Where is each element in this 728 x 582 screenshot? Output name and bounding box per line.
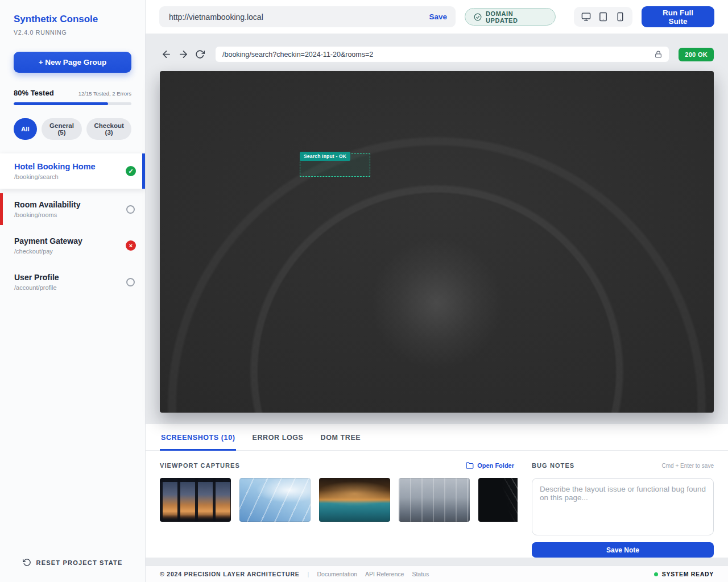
progress-detail: 12/15 Tested, 2 Errors (78, 90, 131, 97)
tablet-view-button[interactable] (596, 11, 610, 23)
address-text: /booking/search?checkin=2024-11-20&rooms… (222, 51, 655, 59)
system-status: SYSTEM READY (654, 571, 714, 577)
system-status-label: SYSTEM READY (662, 571, 714, 577)
page-item-text: Hotel Booking Home /booking/search (14, 162, 126, 180)
viewport-captures-section: VIEWPORT CAPTURES Open Folder (160, 460, 518, 558)
progress-label: 80% Tested (14, 89, 54, 97)
page-item-text: Payment Gateway /checkout/pay (14, 236, 126, 255)
tab-error-logs[interactable]: ERROR LOGS (251, 424, 304, 451)
bug-notes-textarea[interactable] (532, 478, 714, 535)
screenshot-thumbnail-terminal[interactable] (399, 478, 470, 522)
screenshot-thumbnail-dark-stripes[interactable] (478, 478, 518, 522)
lock-icon (655, 51, 662, 58)
sidebar-footer: RESET PROJECT STATE (0, 546, 145, 582)
panel-tabs: SCREENSHOTS (10) ERROR LOGS DOM TREE (146, 424, 728, 451)
filter-all[interactable]: All (14, 118, 37, 140)
status-pending-icon (126, 278, 135, 286)
filter-pills: All General (5) Checkout (3) (14, 118, 131, 140)
status-dot-icon (654, 572, 658, 576)
tab-dom-tree[interactable]: DOM TREE (320, 424, 362, 451)
domain-updated-label: DOMAIN UPDATED (486, 10, 547, 24)
page-item-name: User Profile (14, 273, 126, 282)
domain-input-group: Save (159, 6, 456, 27)
thumbnail-strip (160, 478, 518, 522)
page-list: Hotel Booking Home /booking/search ✓ Roo… (0, 153, 145, 298)
notes-header: BUG NOTES Cmd + Enter to save (532, 460, 714, 471)
screenshot-thumbnail-glass-building[interactable] (239, 478, 311, 522)
status-failed-icon: × (126, 240, 136, 251)
panel-content: VIEWPORT CAPTURES Open Folder (146, 451, 728, 558)
notes-title: BUG NOTES (532, 462, 574, 469)
page-item-name: Payment Gateway (14, 236, 126, 246)
filter-general[interactable]: General (5) (42, 118, 82, 140)
notes-hint: Cmd + Enter to save (662, 463, 714, 469)
page-footer: © 2024 PRECISION LAYER ARCHITECTURE | Do… (146, 566, 728, 582)
device-toggle-group (574, 7, 632, 27)
refresh-button[interactable] (194, 48, 206, 60)
bug-notes-section: BUG NOTES Cmd + Enter to save Save Note (532, 460, 714, 558)
annotation-label: Search Input - OK (300, 152, 350, 161)
tablet-icon (598, 12, 608, 22)
tab-screenshots[interactable]: SCREENSHOTS (10) (160, 424, 236, 451)
status-passed-icon: ✓ (126, 166, 136, 176)
page-item-name: Hotel Booking Home (14, 162, 126, 171)
page-item-text: Room Availability /booking/rooms (14, 200, 126, 218)
sidebar-header: Synthetix Console V2.4.0 RUNNING (0, 0, 145, 36)
refresh-icon (195, 49, 205, 59)
captures-header: VIEWPORT CAPTURES Open Folder (160, 460, 518, 471)
check-circle-icon (474, 13, 482, 21)
app-root: Synthetix Console V2.4.0 RUNNING + New P… (0, 0, 728, 582)
nav-back-button[interactable] (160, 48, 173, 61)
bottom-panel: SCREENSHOTS (10) ERROR LOGS DOM TREE VIE… (146, 424, 728, 558)
reset-icon (23, 558, 31, 567)
page-preview: Search Input - OK (160, 71, 714, 413)
save-note-button[interactable]: Save Note (532, 542, 714, 558)
page-item-name: Room Availability (14, 200, 126, 209)
page-item-payment-gateway[interactable]: Payment Gateway /checkout/pay × (0, 230, 145, 261)
nav-forward-button[interactable] (177, 48, 190, 61)
desktop-view-button[interactable] (579, 11, 593, 23)
preview-stage: /booking/search?checkin=2024-11-20&rooms… (146, 34, 728, 424)
footer-divider: | (308, 571, 309, 577)
progress-header: 80% Tested 12/15 Tested, 2 Errors (14, 89, 131, 97)
folder-icon (466, 462, 474, 469)
save-domain-button[interactable]: Save (429, 13, 448, 21)
page-item-user-profile[interactable]: User Profile /account/profile (0, 266, 145, 298)
domain-input[interactable] (168, 12, 429, 22)
reset-project-button[interactable]: RESET PROJECT STATE (19, 558, 126, 567)
page-item-room-availability[interactable]: Room Availability /booking/rooms (0, 193, 145, 225)
arrow-left-icon (161, 49, 172, 60)
smartphone-icon (615, 12, 625, 22)
page-item-path: /checkout/pay (14, 248, 126, 255)
footer-link-documentation[interactable]: Documentation (317, 571, 357, 577)
screenshot-thumbnail-pool-night[interactable] (319, 478, 390, 522)
status-pending-icon (126, 205, 135, 214)
footer-link-status[interactable]: Status (412, 571, 429, 577)
filter-checkout[interactable]: Checkout (3) (86, 118, 131, 140)
domain-updated-badge: DOMAIN UPDATED (465, 8, 556, 26)
open-folder-label: Open Folder (477, 462, 514, 469)
run-full-suite-button[interactable]: Run Full Suite (642, 6, 714, 27)
address-bar[interactable]: /booking/search?checkin=2024-11-20&rooms… (216, 47, 669, 62)
arrow-right-icon (178, 49, 189, 60)
sidebar: Synthetix Console V2.4.0 RUNNING + New P… (0, 0, 146, 582)
reset-label: RESET PROJECT STATE (36, 559, 123, 566)
captures-title: VIEWPORT CAPTURES (160, 462, 240, 469)
mobile-view-button[interactable] (613, 11, 627, 23)
page-item-path: /booking/search (14, 173, 126, 180)
progress-bar (14, 102, 131, 105)
top-toolbar: Save DOMAIN UPDATED Run Full (146, 0, 728, 34)
copyright-text: © 2024 PRECISION LAYER ARCHITECTURE (160, 571, 300, 577)
footer-link-api-reference[interactable]: API Reference (365, 571, 404, 577)
new-page-group-button[interactable]: + New Page Group (14, 52, 131, 73)
monitor-icon (581, 12, 591, 22)
page-item-path: /booking/rooms (14, 211, 126, 218)
screenshot-thumbnail-city-window[interactable] (160, 478, 231, 522)
app-title: Synthetix Console (14, 14, 131, 25)
page-item-hotel-booking-home[interactable]: Hotel Booking Home /booking/search ✓ (0, 153, 145, 189)
page-item-text: User Profile /account/profile (14, 273, 126, 291)
main-area: Save DOMAIN UPDATED Run Full (146, 0, 728, 582)
open-folder-button[interactable]: Open Folder (462, 461, 518, 470)
progress-bar-fill (14, 102, 108, 105)
page-item-path: /account/profile (14, 284, 126, 291)
